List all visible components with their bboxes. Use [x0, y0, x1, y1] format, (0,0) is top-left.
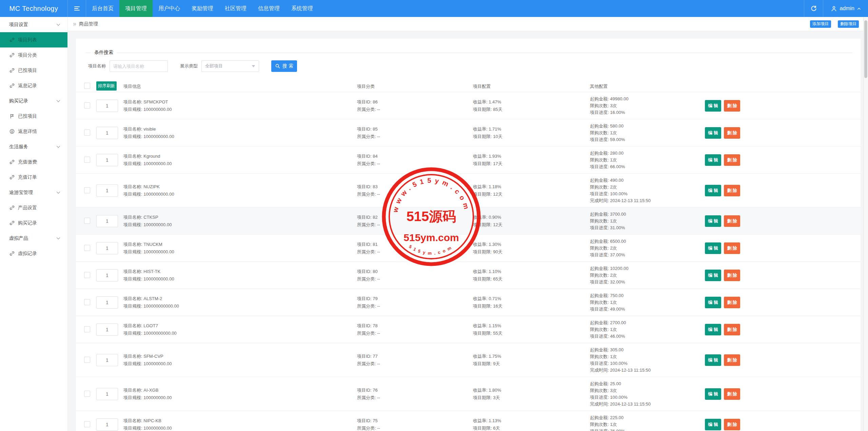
sort-input[interactable]: [96, 242, 118, 254]
delete-button[interactable]: 删 除: [724, 354, 740, 366]
edit-button[interactable]: 编 辑: [705, 185, 721, 196]
sort-input[interactable]: [96, 127, 118, 139]
row-checkbox[interactable]: [84, 245, 90, 251]
sidebar-item-项目列表[interactable]: 项目列表: [0, 32, 67, 47]
sort-input[interactable]: [96, 324, 118, 336]
nav-item-社区管理[interactable]: 社区管理: [219, 0, 252, 17]
row-checkbox[interactable]: [84, 326, 90, 332]
sort-input[interactable]: [96, 269, 118, 281]
row-checkbox[interactable]: [84, 421, 90, 427]
sidebar-group-虚拟产品[interactable]: 虚拟产品: [0, 231, 67, 246]
sidebar-item-已投项目[interactable]: 已投项目: [0, 63, 67, 78]
sort-input[interactable]: [96, 154, 118, 166]
project-info-cell: 项目名称: AI-XGB项目规模: 100000000.00: [123, 387, 172, 401]
project-progress-value: 32.00%: [610, 279, 625, 285]
sidebar-group-购买记录[interactable]: 购买记录: [0, 93, 67, 109]
sidebar-item-购买记录[interactable]: 购买记录: [0, 215, 67, 231]
row-checkbox[interactable]: [84, 272, 90, 278]
delete-button[interactable]: 删 除: [724, 127, 740, 139]
edit-button[interactable]: 编 辑: [705, 100, 721, 112]
delete-button[interactable]: 删 除: [724, 324, 740, 335]
sidebar-group-途游宝管理[interactable]: 途游宝管理: [0, 185, 67, 200]
edit-button[interactable]: 编 辑: [705, 127, 721, 139]
sidebar-item-充值订单[interactable]: 充值订单: [0, 170, 67, 185]
nav-item-系统管理[interactable]: 系统管理: [285, 0, 319, 17]
refresh-button[interactable]: [804, 0, 823, 17]
sort-input[interactable]: [96, 388, 118, 400]
row-checkbox[interactable]: [84, 299, 90, 305]
project-name-label: 项目名称:: [123, 388, 143, 393]
edit-button[interactable]: 编 辑: [705, 388, 721, 400]
delete-button[interactable]: 删 除: [724, 100, 740, 112]
row-checkbox[interactable]: [84, 218, 90, 224]
display-type-select[interactable]: 全部项目: [201, 60, 259, 72]
nav-menu: 后台首页项目管理用户中心奖励管理社区管理信息管理系统管理: [86, 0, 319, 17]
row-checkbox[interactable]: [84, 187, 90, 193]
row-checkbox[interactable]: [84, 130, 90, 136]
sort-input[interactable]: [96, 215, 118, 227]
sidebar-item-产品设置[interactable]: 产品设置: [0, 200, 67, 215]
yield-rate-value: 1.15%: [489, 323, 501, 328]
nav-item-奖励管理[interactable]: 奖励管理: [186, 0, 219, 17]
sidebar-item-返息记录[interactable]: 返息记录: [0, 78, 67, 93]
project-period-value: 55天: [493, 331, 502, 336]
min-purchase-value: 580.00: [610, 123, 624, 129]
edit-button[interactable]: 编 辑: [705, 215, 721, 227]
edit-button[interactable]: 编 辑: [705, 419, 721, 430]
sidebar-item-返息详情[interactable]: $返息详情: [0, 124, 67, 139]
min-purchase-value: 2700.00: [610, 320, 626, 325]
page-scrollbar[interactable]: [863, 17, 868, 431]
project-id-label: 项目ID:: [357, 323, 373, 328]
row-checkbox[interactable]: [84, 157, 90, 163]
edit-button[interactable]: 编 辑: [705, 354, 721, 366]
project-period-value: 85天: [493, 107, 502, 112]
sidebar-group-生活服务[interactable]: 生活服务: [0, 139, 67, 154]
sidebar-toggle-button[interactable]: [68, 0, 86, 17]
nav-item-信息管理[interactable]: 信息管理: [252, 0, 285, 17]
delete-button[interactable]: 删 除: [724, 297, 740, 308]
purchase-limit-value: 2次: [610, 246, 617, 251]
sort-refresh-button[interactable]: 排序刷新: [96, 81, 117, 91]
delete-button[interactable]: 删 除: [724, 215, 740, 227]
edit-button[interactable]: 编 辑: [705, 270, 721, 281]
row-checkbox[interactable]: [84, 102, 90, 109]
row-checkbox[interactable]: [84, 391, 90, 397]
edit-button[interactable]: 编 辑: [705, 297, 721, 308]
row-checkbox[interactable]: [84, 357, 90, 363]
sidebar-item-已投项目[interactable]: 已投项目: [0, 109, 67, 124]
user-menu[interactable]: admin: [823, 0, 868, 17]
nav-item-用户中心[interactable]: 用户中心: [153, 0, 186, 17]
select-all-checkbox[interactable]: [84, 83, 90, 89]
search-button[interactable]: 搜 索: [271, 60, 297, 72]
add-project-button[interactable]: 添加项目: [810, 20, 831, 28]
edit-button[interactable]: 编 辑: [705, 324, 721, 335]
delete-button[interactable]: 删 除: [724, 154, 740, 166]
delete-project-button[interactable]: 删除项目: [838, 20, 859, 28]
delete-button[interactable]: 删 除: [724, 242, 740, 254]
project-scale-label: 项目规模:: [123, 161, 143, 166]
yield-rate-value: 1.10%: [489, 269, 501, 274]
sidebar-group-项目设置[interactable]: 项目设置: [0, 17, 67, 32]
delete-button[interactable]: 删 除: [724, 270, 740, 281]
purchase-limit-value: 1次: [610, 300, 617, 305]
sort-input[interactable]: [96, 418, 118, 431]
project-name-input[interactable]: [110, 60, 168, 72]
sort-input[interactable]: [96, 100, 118, 112]
delete-button[interactable]: 删 除: [724, 388, 740, 400]
sort-input[interactable]: [96, 184, 118, 197]
edit-button[interactable]: 编 辑: [705, 242, 721, 254]
nav-item-后台首页[interactable]: 后台首页: [86, 0, 119, 17]
sort-input[interactable]: [96, 354, 118, 366]
scrollbar-thumb[interactable]: [864, 20, 867, 78]
sidebar-item-充值缴费[interactable]: 充值缴费: [0, 154, 67, 170]
purchase-limit-value: 2次: [610, 184, 617, 190]
sidebar-item-项目分类[interactable]: 项目分类: [0, 47, 67, 63]
sidebar-item-虚拟记录[interactable]: 虚拟记录: [0, 246, 67, 261]
project-period-label: 项目期限:: [473, 331, 493, 336]
delete-button[interactable]: 删 除: [724, 185, 740, 196]
sort-input[interactable]: [96, 296, 118, 309]
delete-button[interactable]: 删 除: [724, 419, 740, 430]
edit-button[interactable]: 编 辑: [705, 154, 721, 166]
nav-item-项目管理[interactable]: 项目管理: [119, 0, 153, 17]
project-category-cell: 项目ID: 78所属分类: --: [357, 322, 380, 337]
